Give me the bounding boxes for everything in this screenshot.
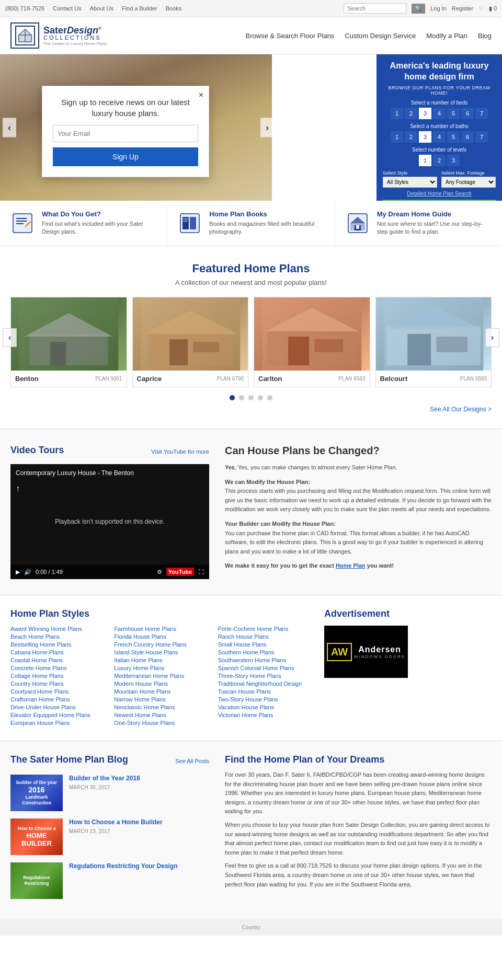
nav-custom[interactable]: Custom Design Service	[345, 32, 416, 40]
levels-btn-1[interactable]: 1	[419, 155, 431, 166]
style-link[interactable]: Porte-Cochere Home Plans	[218, 626, 314, 632]
hero-next-button[interactable]: ›	[260, 118, 274, 137]
style-link[interactable]: Award Winning Home Plans	[10, 626, 106, 632]
nav-browse[interactable]: Browse & Search Floor Plans	[246, 32, 335, 40]
style-link[interactable]: Italian Home Plans	[114, 657, 210, 663]
style-link[interactable]: Southern Home Plans	[218, 649, 314, 655]
detailed-search-link[interactable]: Detailed Home Plan Search	[383, 191, 496, 197]
volume-icon[interactable]: 🔊	[24, 569, 31, 575]
popup-close-button[interactable]: ×	[199, 90, 203, 100]
about-link[interactable]: About Us	[90, 5, 113, 11]
books-link[interactable]: Books	[166, 5, 182, 11]
style-link[interactable]: Craftsman Home Plans	[10, 696, 106, 702]
blog-post-title-1[interactable]: Builder of the Year 2016	[69, 775, 140, 783]
style-link[interactable]: Beach Home Plans	[10, 633, 106, 640]
dot-3[interactable]	[248, 395, 254, 400]
dot-5[interactable]	[267, 395, 272, 400]
search-input[interactable]	[344, 3, 406, 14]
style-link[interactable]: Southwestern Home Plans	[218, 657, 314, 663]
advertisement-box[interactable]: AW Andersen WINDOWS·DOORS	[324, 626, 408, 678]
baths-btn-7[interactable]: 7	[475, 131, 488, 143]
beds-btn-5[interactable]: 5	[447, 108, 460, 119]
style-link[interactable]: Ranch House Plans	[218, 633, 314, 640]
style-link[interactable]: Country Home Plans	[10, 681, 106, 687]
style-link[interactable]: Neoclassic Home Plans	[114, 704, 210, 710]
style-link[interactable]: Elevator Equipped Home Plans	[10, 712, 106, 718]
carousel-prev-button[interactable]: ‹	[3, 328, 17, 347]
style-link[interactable]: French Country Home Plans	[114, 641, 210, 648]
style-link[interactable]: Bestselling Home Plans	[10, 641, 106, 648]
baths-btn-5[interactable]: 5	[447, 131, 460, 143]
style-link[interactable]: Cabana Home Plans	[10, 649, 106, 655]
login-link[interactable]: Log In	[430, 5, 447, 12]
dot-2[interactable]	[239, 395, 244, 400]
beds-btn-4[interactable]: 4	[433, 108, 446, 119]
nav-modify[interactable]: Modify a Plan	[426, 32, 467, 40]
style-link[interactable]: Traditional Neighborhood Design	[218, 681, 314, 687]
style-link[interactable]: European House Plans	[10, 720, 106, 726]
style-link[interactable]: Mediterranean Home Plans	[114, 673, 210, 679]
settings-icon[interactable]: ⚙	[157, 569, 162, 575]
beds-btn-2[interactable]: 2	[405, 108, 417, 119]
plan-card-carlton[interactable]: Carlton PLAN 6563	[254, 297, 370, 387]
search-button[interactable]: 🔍	[412, 4, 425, 14]
baths-btn-3[interactable]: 3	[419, 131, 431, 143]
style-link[interactable]: Two-Story House Plans	[218, 696, 314, 702]
dot-4[interactable]	[258, 395, 263, 400]
see-results-button[interactable]: SEE RESULTS	[383, 200, 496, 201]
nav-blog[interactable]: Blog	[478, 32, 492, 40]
beds-btn-3[interactable]: 3	[419, 108, 431, 119]
style-link[interactable]: Island Style House Plans	[114, 649, 210, 655]
dot-1[interactable]	[230, 395, 235, 400]
youtube-link[interactable]: Visit YouTube for more	[151, 448, 209, 455]
style-select[interactable]: All Styles	[383, 177, 437, 188]
carousel-next-button[interactable]: ›	[485, 328, 499, 347]
levels-btn-3[interactable]: 3	[447, 155, 460, 166]
popup-signup-button[interactable]: Sign Up	[53, 147, 198, 166]
baths-btn-6[interactable]: 6	[461, 131, 474, 143]
style-link[interactable]: Florida House Plans	[114, 633, 210, 640]
baths-btn-4[interactable]: 4	[433, 131, 446, 143]
plan-card-benton[interactable]: Benton PLAN 9001	[10, 297, 127, 387]
style-link[interactable]: Victorian Home Plans	[218, 712, 314, 718]
see-all-posts-link[interactable]: See All Posts	[175, 758, 209, 764]
popup-email-input[interactable]	[53, 125, 198, 142]
blog-post-title-2[interactable]: How to Choose a Home Builder	[69, 818, 163, 827]
baths-btn-1[interactable]: 1	[391, 131, 403, 143]
style-link[interactable]: One-Story House Plans	[114, 720, 210, 726]
plan-card-belcourt[interactable]: Belcourt PLAN 6583	[375, 297, 492, 387]
baths-btn-2[interactable]: 2	[405, 131, 417, 143]
style-link[interactable]: Three-Story Home Plans	[218, 673, 314, 679]
style-link[interactable]: Newest Home Plans	[114, 712, 210, 718]
fullscreen-icon[interactable]: ⛶	[198, 569, 204, 575]
style-link[interactable]: Small House Plans	[218, 641, 314, 648]
style-link[interactable]: Modern House Plans	[114, 681, 210, 687]
blog-post-title-3[interactable]: Regulations Restricting Your Design	[69, 862, 178, 871]
style-link[interactable]: Vacation House Plans	[218, 704, 314, 710]
cart-icon[interactable]: ▮ 0	[489, 5, 497, 12]
contact-link[interactable]: Contact Us	[53, 5, 81, 11]
style-link[interactable]: Luxury Home Plans	[114, 665, 210, 671]
style-link[interactable]: Mountain Home Plans	[114, 688, 210, 695]
find-builder-link[interactable]: Find a Builder	[122, 5, 157, 11]
style-link[interactable]: Narrow Home Plans	[114, 696, 210, 702]
style-link[interactable]: Spanish Colonial Home Plans	[218, 665, 314, 671]
style-link[interactable]: Farmhouse Home Plans	[114, 626, 210, 632]
beds-btn-6[interactable]: 6	[461, 108, 474, 119]
style-link[interactable]: Concrete Home Plans	[10, 665, 106, 671]
levels-btn-2[interactable]: 2	[433, 155, 446, 166]
style-link[interactable]: Drive-Under House Plans	[10, 704, 106, 710]
beds-btn-1[interactable]: 1	[391, 108, 403, 119]
register-link[interactable]: Register	[452, 5, 473, 12]
beds-btn-7[interactable]: 7	[475, 108, 488, 119]
style-link[interactable]: Courtyard Home Plans	[10, 688, 106, 695]
see-all-designs-link[interactable]: See All Our Designs >	[10, 406, 492, 413]
plan-card-caprice[interactable]: Caprice PLAN 6790	[132, 297, 249, 387]
play-icon[interactable]: ▶	[16, 569, 20, 575]
style-link[interactable]: Coastal Home Plans	[10, 657, 106, 663]
hero-prev-button[interactable]: ‹	[3, 118, 16, 137]
style-link[interactable]: Cottage Home Plans	[10, 673, 106, 679]
home-plan-link[interactable]: Home Plan	[336, 562, 366, 569]
footage-select[interactable]: Any Footage	[441, 177, 496, 188]
style-link[interactable]: Tuscan House Plans	[218, 688, 314, 695]
